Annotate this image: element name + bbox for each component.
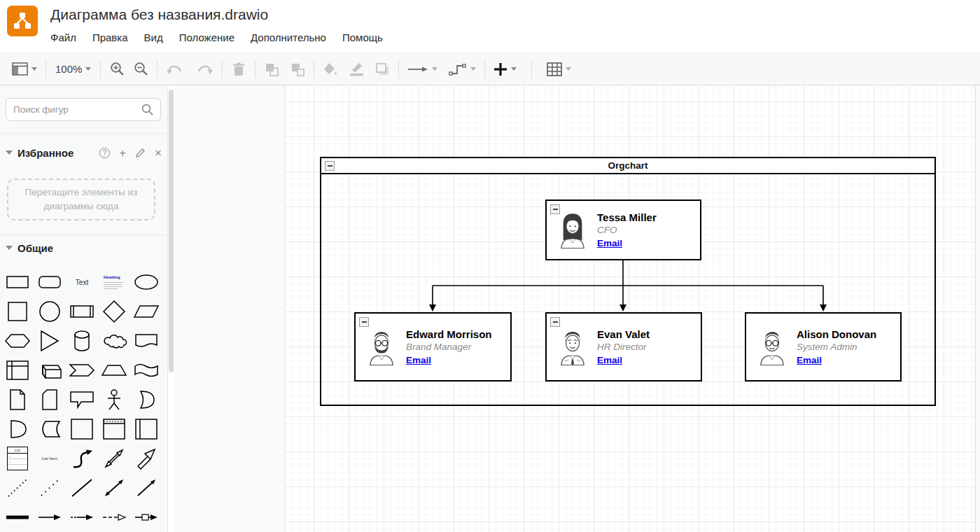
- node-email-link[interactable]: Email: [797, 354, 822, 367]
- shape-process[interactable]: [66, 297, 98, 326]
- shape-callout[interactable]: [66, 385, 98, 414]
- insert-button[interactable]: [491, 58, 519, 80]
- avatar-male-beard-glasses: [367, 329, 396, 365]
- shape-textbox[interactable]: Heading: [98, 267, 130, 297]
- zoom-out-button[interactable]: [131, 58, 150, 80]
- shape-search[interactable]: [6, 98, 161, 121]
- sidebar-scrollbar[interactable]: [169, 90, 174, 372]
- shape-link[interactable]: [1, 503, 34, 532]
- header: Диаграмма без названия.drawio Файл Правк…: [0, 0, 980, 52]
- undo-button[interactable]: [164, 58, 185, 80]
- canvas[interactable]: Orgchart Tessa: [174, 85, 980, 532]
- shape-arrow-dashed[interactable]: [98, 503, 130, 532]
- drawio-orgtree-icon: [12, 10, 33, 31]
- shape-vertical-container[interactable]: [98, 414, 130, 444]
- shape-line[interactable]: [66, 473, 98, 503]
- fill-color-button[interactable]: [321, 58, 340, 80]
- shape-cylinder[interactable]: [66, 326, 98, 356]
- shape-actor[interactable]: [98, 385, 130, 414]
- shape-document[interactable]: [130, 326, 162, 356]
- shape-curve[interactable]: [66, 444, 98, 473]
- menu-view[interactable]: Вид: [144, 31, 163, 43]
- shape-list-item[interactable]: List Item: [34, 444, 66, 473]
- edit-icon[interactable]: [135, 148, 146, 158]
- redo-button[interactable]: [195, 58, 216, 80]
- favorites-section-header[interactable]: Избранное ? + ×: [0, 143, 167, 162]
- node-edward-morrison[interactable]: Edward Morrison Brand Manager Email: [354, 312, 512, 382]
- shape-arrow-open[interactable]: [66, 503, 98, 532]
- shadow-icon: [375, 62, 390, 76]
- shape-triangle[interactable]: [34, 326, 66, 356]
- shape-container[interactable]: [66, 414, 98, 444]
- collapse-icon[interactable]: [325, 161, 335, 171]
- shape-trapezoid[interactable]: [98, 356, 130, 385]
- menu-help[interactable]: Помощь: [342, 31, 383, 43]
- table-button[interactable]: [545, 58, 573, 80]
- node-email-link[interactable]: Email: [597, 237, 622, 250]
- help-icon[interactable]: ?: [99, 148, 110, 158]
- line-color-button[interactable]: [346, 58, 367, 80]
- shadow-button[interactable]: [372, 58, 392, 80]
- to-back-button[interactable]: [288, 58, 307, 80]
- shape-data-storage[interactable]: [34, 414, 66, 444]
- node-name: Evan Valet: [597, 328, 650, 341]
- general-section-header[interactable]: Общие: [0, 238, 167, 258]
- shape-rectangle[interactable]: [1, 267, 34, 297]
- menu-arrange[interactable]: Положение: [179, 31, 234, 43]
- shape-step[interactable]: [66, 356, 98, 385]
- node-alison-donovan[interactable]: Alison Donovan System Admin Email: [745, 312, 902, 382]
- shape-hexagon[interactable]: [1, 326, 34, 356]
- menu-edit[interactable]: Правка: [92, 31, 128, 43]
- shape-or[interactable]: [130, 385, 162, 414]
- shape-arrow-label[interactable]: [130, 503, 162, 532]
- zoom-in-button[interactable]: [107, 58, 127, 80]
- add-icon[interactable]: +: [119, 147, 126, 159]
- undo-icon: [166, 64, 183, 75]
- shape-internal-storage[interactable]: [1, 356, 34, 385]
- node-name: Edward Morrison: [406, 328, 492, 341]
- document-title[interactable]: Диаграмма без названия.drawio: [50, 6, 268, 23]
- to-front-button[interactable]: [262, 58, 281, 80]
- shape-dotted-line[interactable]: [34, 473, 66, 503]
- node-email-link[interactable]: Email: [597, 354, 622, 367]
- shape-tape[interactable]: [130, 356, 162, 385]
- orgchart-titlebar[interactable]: Orgchart: [321, 158, 934, 174]
- shape-dashed-line[interactable]: [1, 473, 34, 503]
- menu-extras[interactable]: Дополнительно: [251, 31, 326, 43]
- shape-parallelogram[interactable]: [130, 297, 162, 326]
- shape-horizontal-container[interactable]: [130, 414, 162, 444]
- shape-directional-connector[interactable]: [130, 473, 162, 503]
- shape-rounded-rectangle[interactable]: [34, 267, 66, 297]
- node-email-link[interactable]: Email: [406, 354, 431, 367]
- favorites-label: Избранное: [18, 147, 74, 159]
- shape-card[interactable]: [34, 385, 66, 414]
- node-role: Brand Manager: [406, 341, 492, 354]
- connection-style-button[interactable]: [405, 58, 440, 80]
- favorites-dropzone[interactable]: Перетащите элементы из диаграммы сюда: [7, 178, 155, 220]
- shape-and[interactable]: [1, 414, 34, 444]
- shape-arrow[interactable]: [130, 444, 162, 473]
- diagram-page[interactable]: Orgchart Tessa: [284, 85, 976, 532]
- shape-square[interactable]: [1, 297, 34, 326]
- shape-cube[interactable]: [34, 356, 66, 385]
- shape-cloud[interactable]: [98, 326, 130, 356]
- shape-arrow-simple[interactable]: [34, 503, 66, 532]
- shape-circle[interactable]: [34, 297, 66, 326]
- shape-list[interactable]: List ———: [1, 444, 34, 473]
- drawio-logo: [7, 6, 38, 36]
- node-evan-valet[interactable]: Evan Valet HR Director Email: [545, 312, 702, 382]
- shape-diamond[interactable]: [98, 297, 130, 326]
- view-panels-button[interactable]: [10, 58, 39, 80]
- menu-file[interactable]: Файл: [50, 31, 76, 43]
- shape-text[interactable]: Text: [66, 267, 98, 297]
- shape-bidirectional-arrow[interactable]: [98, 444, 130, 473]
- shape-search-input[interactable]: [13, 104, 141, 115]
- zoom-dropdown[interactable]: 100%: [52, 63, 94, 75]
- waypoint-style-button[interactable]: [447, 58, 478, 80]
- shape-ellipse[interactable]: [130, 267, 162, 297]
- close-icon[interactable]: ×: [155, 147, 162, 159]
- shape-note[interactable]: [1, 385, 34, 414]
- node-tessa-miller[interactable]: Tessa Miller CFO Email: [545, 200, 701, 260]
- shape-bidirectional-connector[interactable]: [98, 473, 130, 503]
- delete-button[interactable]: [229, 58, 248, 80]
